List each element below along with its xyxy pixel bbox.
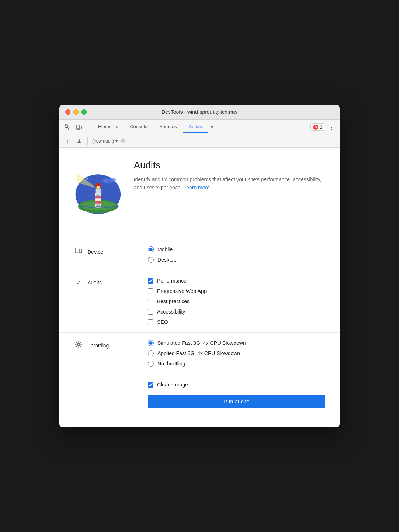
svg-point-6: [111, 175, 112, 176]
svg-rect-26: [97, 204, 100, 208]
simulated-throttling-label: Simulated Fast 3G, 4x CPU Slowdown: [157, 340, 246, 346]
applied-throttling-radio[interactable]: [148, 350, 154, 356]
svg-point-30: [77, 343, 80, 346]
hero-text: Audits Identify and fix common problems …: [134, 160, 325, 192]
lighthouse-illustration: [74, 160, 122, 218]
titlebar: DevTools - wind-sprout.glitch.me/: [59, 105, 340, 120]
device-label: Device: [74, 246, 148, 256]
svg-point-5: [87, 178, 88, 179]
clear-storage-label: Clear storage: [157, 382, 188, 388]
close-button[interactable]: [65, 109, 70, 115]
hero-section: Audits Identify and fix common problems …: [74, 160, 325, 227]
svg-rect-28: [79, 249, 82, 253]
throttling-section-label: Throttling: [87, 343, 109, 349]
mobile-label: Mobile: [157, 246, 173, 252]
audits-section: ✓ Audits Performance Progressive Web App…: [59, 270, 340, 333]
tab-sources[interactable]: Sources: [153, 121, 183, 133]
minimize-button[interactable]: [73, 109, 79, 115]
device-icon: [74, 247, 83, 256]
tab-console[interactable]: Console: [124, 121, 153, 133]
performance-label: Performance: [157, 278, 187, 284]
error-count: 1: [320, 125, 322, 130]
download-button[interactable]: [74, 136, 84, 146]
add-audit-button[interactable]: +: [62, 136, 73, 146]
error-icon: ✕: [313, 125, 318, 130]
main-content: Audits Identify and fix common problems …: [59, 148, 340, 427]
audits-description: Identify and fix common problems that af…: [134, 175, 325, 192]
learn-more-link[interactable]: Learn more: [183, 185, 210, 190]
svg-point-9: [115, 185, 116, 185]
tabs: Elements Console Sources Audits »: [92, 121, 309, 133]
device-toolbar-button[interactable]: [74, 122, 84, 132]
clear-storage-option[interactable]: Clear storage: [148, 382, 325, 388]
subtoolbar-divider: [87, 137, 88, 145]
pwa-checkbox[interactable]: [148, 288, 153, 294]
titlebar-title: DevTools - wind-sprout.glitch.me/: [162, 109, 237, 115]
svg-point-12: [110, 178, 116, 182]
gear-icon: [74, 341, 83, 350]
accessibility-label: Accessibility: [157, 309, 185, 315]
performance-checkbox[interactable]: [148, 278, 153, 284]
pwa-option[interactable]: Progressive Web App: [148, 288, 325, 294]
svg-point-10: [82, 186, 82, 186]
svg-rect-25: [98, 194, 100, 196]
applied-throttling-label: Applied Fast 3G, 4x CPU Slowdown: [157, 350, 240, 356]
accessibility-checkbox[interactable]: [148, 309, 153, 315]
no-entry-icon: ⊘: [121, 137, 125, 144]
maximize-button[interactable]: [81, 109, 87, 115]
inspect-element-button[interactable]: [62, 122, 73, 132]
seo-checkbox[interactable]: [148, 319, 153, 325]
no-throttling-option[interactable]: No throttling: [148, 361, 325, 367]
throttling-section: Throttling Simulated Fast 3G, 4x CPU Slo…: [59, 333, 340, 374]
tab-audits[interactable]: Audits: [183, 121, 208, 133]
simulated-throttling-radio[interactable]: [148, 340, 154, 346]
device-section: Device Mobile Desktop: [59, 239, 340, 270]
tabs-toolbar: Elements Console Sources Audits » ✕ 1 ⋮: [59, 120, 340, 134]
bottom-section: Clear storage Run audits: [59, 374, 340, 416]
audits-label: ✓ Audits: [74, 278, 148, 287]
audits-section-label: Audits: [87, 280, 102, 286]
svg-rect-19: [95, 201, 101, 203]
audit-select-label: (new audit): [92, 139, 114, 144]
toolbar-divider-1: [89, 123, 89, 131]
desktop-radio[interactable]: [148, 257, 154, 263]
device-options: Mobile Desktop: [148, 246, 325, 263]
no-throttling-radio[interactable]: [148, 361, 154, 367]
seo-label: SEO: [157, 319, 168, 325]
svg-point-13: [102, 178, 108, 182]
svg-rect-24: [96, 194, 98, 196]
clear-storage-checkbox[interactable]: [148, 382, 153, 388]
more-options-button[interactable]: ⋮: [326, 122, 337, 132]
no-throttling-label: No throttling: [157, 361, 185, 367]
svg-rect-2: [80, 126, 82, 129]
audit-select[interactable]: (new audit) ▾: [91, 138, 119, 144]
chevron-down-icon: ▾: [115, 139, 118, 144]
best-practices-checkbox[interactable]: [148, 299, 153, 304]
best-practices-label: Best practices: [157, 298, 190, 304]
accessibility-option[interactable]: Accessibility: [148, 309, 325, 315]
device-section-label: Device: [87, 249, 103, 255]
best-practices-option[interactable]: Best practices: [148, 298, 325, 304]
tab-more[interactable]: »: [208, 121, 216, 133]
subtoolbar: + (new audit) ▾ ⊘: [59, 134, 340, 148]
error-badge[interactable]: ✕ 1: [310, 123, 325, 131]
traffic-lights: [65, 109, 87, 115]
mobile-radio[interactable]: [148, 246, 154, 252]
checkmark-icon: ✓: [74, 279, 83, 287]
pwa-label: Progressive Web App: [157, 288, 207, 294]
desktop-label: Desktop: [157, 257, 176, 263]
devtools-window: DevTools - wind-sprout.glitch.me/ Elemen…: [59, 105, 340, 427]
applied-throttling-option[interactable]: Applied Fast 3G, 4x CPU Slowdown: [148, 350, 325, 356]
desktop-option[interactable]: Desktop: [148, 257, 325, 263]
performance-option[interactable]: Performance: [148, 278, 325, 284]
simulated-throttling-option[interactable]: Simulated Fast 3G, 4x CPU Slowdown: [148, 340, 325, 346]
mobile-option[interactable]: Mobile: [148, 246, 325, 252]
tab-elements[interactable]: Elements: [92, 121, 124, 133]
svg-point-22: [97, 186, 100, 189]
run-audits-button[interactable]: Run audits: [148, 395, 325, 408]
svg-rect-18: [95, 196, 101, 198]
bottom-options: Clear storage Run audits: [74, 382, 325, 408]
seo-option[interactable]: SEO: [148, 319, 325, 325]
toolbar-right: ✕ 1 ⋮: [310, 122, 337, 132]
throttling-label: Throttling: [74, 340, 148, 350]
